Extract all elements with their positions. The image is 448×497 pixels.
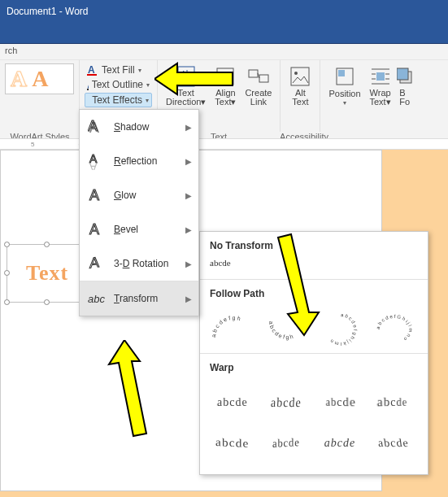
warp-option-5[interactable]: abcde xyxy=(210,425,255,461)
chevron-right-icon: ▶ xyxy=(185,157,192,166)
menu-item-reflection[interactable]: AA Reflection ▶ xyxy=(80,144,198,178)
transform-icon: abc xyxy=(88,290,106,307)
warp-option-4[interactable]: abcde xyxy=(371,385,416,421)
menu-item-3d-rotation[interactable]: A 3-D Rotation ▶ xyxy=(80,246,198,281)
wordart-object[interactable]: Text xyxy=(7,244,88,303)
svg-point-14 xyxy=(294,72,298,75)
quick-access-bar xyxy=(0,23,448,44)
warp-option-7[interactable]: abcde xyxy=(317,425,363,461)
bring-forward-button[interactable]: BFo xyxy=(397,63,413,132)
chevron-right-icon: ▶ xyxy=(185,225,192,234)
svg-text:A: A xyxy=(88,64,95,76)
svg-text:a b c d e f g h i j k l m n: a b c d e f g h i j k l m n xyxy=(329,312,358,346)
menu-item-shadow[interactable]: AA Shadow ▶ xyxy=(80,110,198,144)
svg-text:abc: abc xyxy=(88,293,105,305)
chevron-right-icon: ▶ xyxy=(185,123,192,132)
position-icon xyxy=(333,65,356,88)
svg-text:A: A xyxy=(89,187,99,203)
bring-forward-icon xyxy=(397,65,413,88)
svg-rect-12 xyxy=(259,75,268,82)
annotation-arrow xyxy=(154,59,236,99)
svg-text:A: A xyxy=(89,161,98,170)
submenu-section-warp: Warp xyxy=(200,354,428,378)
warp-option-3[interactable]: abcde xyxy=(317,385,363,421)
warp-option-8[interactable]: abcde xyxy=(371,425,416,461)
follow-path-button[interactable]: a b c d e f G h i j l m n o xyxy=(371,311,416,347)
text-outline-button[interactable]: A Text Outline▾ xyxy=(85,78,152,91)
rotation-icon: A xyxy=(88,255,106,272)
document-title: Document1 - Word xyxy=(7,6,88,17)
alt-text-button[interactable]: AltText xyxy=(285,63,315,108)
text-fill-icon: A xyxy=(87,64,98,76)
reflection-icon: AA xyxy=(88,152,106,170)
chevron-right-icon: ▶ xyxy=(185,294,192,303)
menu-item-transform[interactable]: abc Transform ▶ xyxy=(80,281,198,316)
text-fill-label: Text Fill xyxy=(102,64,135,76)
wrap-text-button[interactable]: WrapText▾ xyxy=(366,63,395,132)
shadow-icon: AA xyxy=(88,118,106,136)
svg-text:A: A xyxy=(89,255,100,272)
svg-rect-11 xyxy=(249,70,258,77)
warp-option-6[interactable]: abcde xyxy=(263,425,309,461)
text-effects-label: Text Effects xyxy=(92,94,142,106)
bevel-icon: A xyxy=(88,220,106,238)
wordart-text: Text xyxy=(26,261,68,286)
ruler-mark: 5 xyxy=(31,141,34,148)
svg-rect-16 xyxy=(338,70,345,76)
svg-text:a b c d e f g h: a b c d e f g h xyxy=(211,315,241,338)
text-fill-button[interactable]: A Text Fill▾ xyxy=(85,63,152,76)
search-row[interactable]: rch xyxy=(0,44,448,60)
svg-text:A: A xyxy=(88,118,98,134)
warp-option-2[interactable]: abcde xyxy=(263,385,309,421)
chevron-right-icon: ▶ xyxy=(185,259,192,268)
svg-rect-3 xyxy=(87,89,89,90)
text-effects-icon: A xyxy=(88,94,89,106)
svg-text:a b c d e f G h i j l m n o: a b c d e f G h i j l m n o xyxy=(376,314,413,342)
wordart-style-gallery[interactable]: A A xyxy=(5,63,74,94)
svg-text:A: A xyxy=(88,79,89,90)
svg-marker-41 xyxy=(278,234,319,335)
horizontal-ruler[interactable]: 5 6 7 xyxy=(0,138,448,150)
position-button[interactable]: Position▾ xyxy=(325,63,363,132)
svg-rect-25 xyxy=(397,68,408,80)
alt-text-icon xyxy=(289,65,311,88)
svg-marker-39 xyxy=(154,63,233,94)
svg-rect-17 xyxy=(376,72,385,81)
svg-rect-13 xyxy=(291,68,309,85)
wrap-text-icon xyxy=(369,65,392,88)
title-bar: Document1 - Word xyxy=(0,0,448,23)
create-link-button[interactable]: CreateLink xyxy=(241,63,275,132)
menu-item-bevel[interactable]: A Bevel ▶ xyxy=(80,212,198,246)
warp-option-1[interactable]: abcde xyxy=(210,385,255,421)
annotation-arrow xyxy=(104,340,161,438)
annotation-arrow xyxy=(268,231,333,337)
text-effects-menu: AA Shadow ▶ AA Reflection ▶ AA Glow ▶ A … xyxy=(79,109,199,316)
text-outline-icon: A xyxy=(87,79,89,90)
svg-rect-1 xyxy=(87,74,97,76)
svg-text:A: A xyxy=(89,221,99,238)
glow-icon: AA xyxy=(88,186,106,204)
text-outline-label: Text Outline xyxy=(92,79,143,90)
create-link-icon xyxy=(247,65,270,88)
position-label: Position xyxy=(328,89,360,98)
text-effects-button[interactable]: A Text Effects▾ xyxy=(85,93,152,107)
chevron-right-icon: ▶ xyxy=(185,191,192,200)
svg-marker-40 xyxy=(109,340,146,436)
menu-item-glow[interactable]: AA Glow ▶ xyxy=(80,178,198,212)
follow-path-arch-up[interactable]: a b c d e f g h xyxy=(210,311,255,347)
